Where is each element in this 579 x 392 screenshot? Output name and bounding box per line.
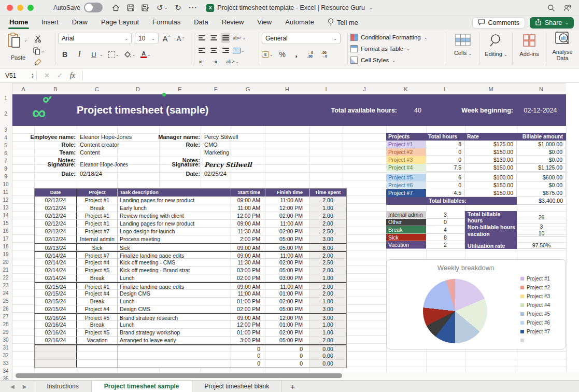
cell-spent[interactable]: 3.00 [310, 305, 346, 313]
cell-date[interactable]: 02/14/24 [35, 252, 77, 259]
cell-project[interactable]: Project #4 [77, 259, 118, 267]
italic-button[interactable]: I [75, 49, 84, 60]
cells-button[interactable]: Cells ⌄ [448, 34, 478, 56]
name-box-stepper-icon[interactable]: ▲▼ [31, 73, 34, 79]
total-billables-value[interactable]: $3,400.00 [517, 197, 566, 205]
column-header-i[interactable]: I [325, 83, 327, 95]
cell-finish[interactable]: 03:00 PM [265, 274, 310, 282]
timesheet-row[interactable]: 02/12/24Internal adminProcess meeting2:0… [35, 235, 346, 243]
category-summary-table[interactable]: Internal admin3Other0Break4Sick8Vacation… [386, 211, 465, 249]
project-row-project-6[interactable]: Project #60$150.00$0.00 [386, 181, 566, 189]
row-header-9[interactable]: 9 [0, 173, 11, 180]
row-header-13[interactable]: 13 [0, 204, 11, 212]
total-available-hours-value[interactable]: 40 [402, 105, 433, 116]
cell-spent[interactable]: 2.00 [310, 283, 346, 290]
cell-finish[interactable]: 0 [265, 352, 310, 360]
cell-start[interactable]: 09:00 AM [231, 252, 265, 259]
manager-value-4[interactable]: Percy Stilwell [204, 161, 252, 169]
column-header-h[interactable]: H [285, 83, 289, 95]
cell-task[interactable]: Logo design for launch [118, 228, 231, 235]
column-header-m[interactable]: M [488, 83, 493, 95]
row-header-3[interactable]: 3 [0, 126, 11, 134]
format-as-table-button[interactable]: Format as Table⌄ [350, 43, 444, 54]
row-header-5[interactable]: 5 [0, 142, 11, 149]
cell-spent[interactable]: 3.00 [310, 314, 346, 321]
cell-task[interactable]: Landing pages for new product [118, 220, 231, 228]
cell-start[interactable]: 02:00 PM [231, 274, 265, 282]
row-header-12[interactable]: 12 [0, 196, 11, 204]
cell-finish[interactable]: 02:00 PM [265, 228, 310, 235]
row-header-31[interactable]: 31 [0, 344, 11, 352]
search-icon[interactable] [547, 4, 555, 12]
cell-spent[interactable]: 1.00 [310, 204, 346, 212]
cell-project[interactable]: Project #4 [77, 290, 118, 298]
cell-finish[interactable]: 05:00 PM [265, 267, 310, 274]
row-header-33[interactable]: 33 [0, 359, 11, 367]
comments-button[interactable]: Comments [472, 17, 525, 29]
cell-finish[interactable]: 01:00 PM [265, 290, 310, 298]
cell-project[interactable]: Break [77, 204, 118, 212]
row-header-30[interactable]: 30 [0, 336, 11, 344]
confirm-entry-icon[interactable]: ✓ [57, 72, 63, 79]
align-middle-icon[interactable] [209, 33, 218, 43]
cell-task[interactable] [118, 360, 231, 368]
row-header-23[interactable]: 23 [0, 282, 11, 289]
cell-date[interactable]: 02/15/24 [35, 298, 77, 305]
cell-project[interactable] [77, 345, 118, 352]
presence-people-icon[interactable] [563, 4, 572, 11]
row-header-22[interactable]: 22 [0, 274, 11, 282]
align-top-icon[interactable] [197, 33, 206, 43]
timesheet-row[interactable]: 02/12/24Project #7Logo design for launch… [35, 228, 346, 235]
project-rate[interactable]: $150.00 [465, 148, 517, 156]
cell-spent[interactable]: 0.00 [310, 352, 346, 360]
cell-spent[interactable]: 1.00 [310, 298, 346, 305]
cell-date[interactable] [35, 352, 77, 360]
cancel-entry-icon[interactable]: ✕ [44, 72, 50, 79]
row-header-20[interactable]: 20 [0, 258, 11, 266]
column-header-n[interactable]: N [539, 83, 543, 95]
column-header-j[interactable]: J [363, 83, 366, 95]
cell-date[interactable]: 02/12/24 [35, 197, 77, 204]
save-icon[interactable] [127, 4, 134, 11]
project-hours[interactable]: 0 [426, 148, 465, 156]
project-billable[interactable]: $0.00 [517, 181, 566, 189]
merge-center-icon[interactable]: ⌄ [233, 45, 245, 55]
cell-finish[interactable]: 02:00 PM [265, 259, 310, 267]
cell-spent[interactable]: 2.00 [310, 290, 346, 298]
copy-chevron-icon[interactable]: ⌄ [41, 49, 45, 53]
cell-date[interactable]: 02/14/24 [35, 274, 77, 282]
cell-date[interactable]: 02/14/24 [35, 267, 77, 274]
timesheet-row[interactable]: 02/15/24Project #4Design CMS02:00 PM05:0… [35, 305, 346, 313]
save-as-icon[interactable] [142, 4, 149, 11]
cell-project[interactable]: Internal admin [77, 235, 118, 243]
cell-task[interactable]: Early lunch [118, 204, 231, 212]
project-name[interactable]: Project #5 [386, 174, 426, 181]
doc-title-chevron-icon[interactable]: ⌄ [369, 6, 373, 10]
row-header-27[interactable]: 27 [0, 313, 11, 320]
cell-date[interactable] [35, 360, 77, 368]
cell-project[interactable]: Project #5 [77, 267, 118, 274]
cell-start[interactable]: 11:30 AM [231, 228, 265, 235]
cell-task[interactable] [118, 345, 231, 352]
row-header-6[interactable]: 6 [0, 149, 11, 157]
category-value[interactable]: 2 [426, 241, 465, 249]
cell-date[interactable]: 02/12/24 [35, 235, 77, 243]
project-name[interactable]: Project #7 [386, 189, 426, 197]
cell-spent[interactable]: 1.00 [310, 321, 346, 329]
underline-chevron-icon[interactable]: ⌄ [100, 52, 103, 57]
column-headers[interactable]: ABCDEFGHIJKLMN [12, 83, 566, 94]
cell-date[interactable]: 02/12/24 [35, 228, 77, 235]
cell-project[interactable]: Project #5 [77, 329, 118, 337]
column-header-e[interactable]: E [178, 83, 181, 95]
menu-tab-home[interactable]: Home [9, 16, 28, 29]
cell-start[interactable]: 3:00 PM [231, 337, 265, 344]
cell-date[interactable]: 02/16/24 [35, 314, 77, 321]
employee-value-2[interactable]: Content [80, 149, 100, 156]
timesheet-row[interactable]: 000.00 [35, 344, 346, 352]
close-window-button[interactable] [7, 5, 13, 11]
timesheet-row[interactable]: 02/15/24Project #4Design CMS11:00 AM01:0… [35, 290, 346, 298]
format-painter-icon[interactable] [33, 57, 43, 67]
cell-project[interactable]: Project #7 [77, 228, 118, 235]
home-icon[interactable] [112, 4, 120, 11]
column-header-d[interactable]: D [136, 83, 140, 95]
